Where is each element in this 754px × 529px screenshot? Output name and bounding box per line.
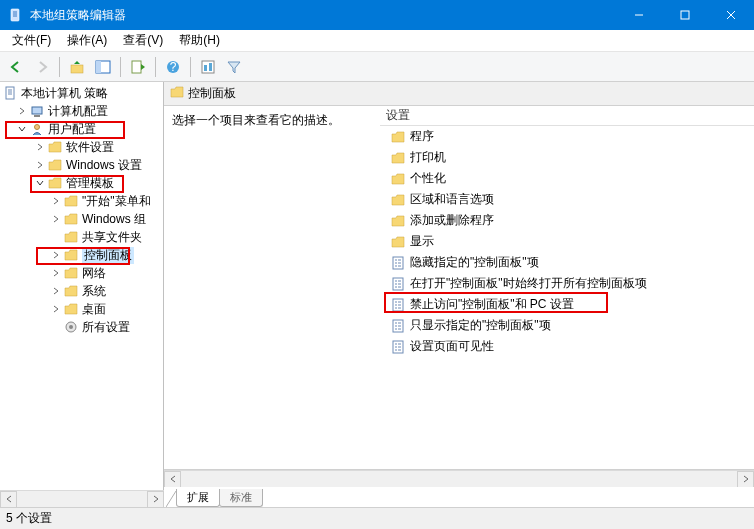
list-item-label: 禁止访问"控制面板"和 PC 设置 [410, 296, 574, 313]
chevron-right-icon[interactable] [50, 213, 62, 225]
chevron-right-icon[interactable] [50, 249, 62, 261]
content-title: 控制面板 [188, 85, 236, 102]
tree-desktop[interactable]: 桌面 [0, 300, 163, 318]
show-hide-tree-button[interactable] [91, 55, 115, 79]
close-button[interactable] [708, 0, 754, 30]
description-column: 选择一个项目来查看它的描述。 [164, 106, 380, 469]
list-item[interactable]: 程序 [380, 126, 754, 147]
app-icon [8, 7, 24, 23]
column-header-label: 设置 [386, 107, 410, 124]
export-button[interactable] [126, 55, 150, 79]
list-item-label: 程序 [410, 128, 434, 145]
tree-software-settings[interactable]: 软件设置 [0, 138, 163, 156]
maximize-button[interactable] [662, 0, 708, 30]
folder-icon [390, 150, 406, 166]
tree-start-menu[interactable]: "开始"菜单和 [0, 192, 163, 210]
tree-horizontal-scrollbar[interactable] [0, 490, 164, 507]
tree-windows-components[interactable]: Windows 组 [0, 210, 163, 228]
settings-icon [63, 319, 79, 335]
toolbar-separator [190, 57, 191, 77]
chevron-right-icon[interactable] [34, 141, 46, 153]
list-item-label: 显示 [410, 233, 434, 250]
list-item-label: 打印机 [410, 149, 446, 166]
list-item[interactable]: 显示 [380, 231, 754, 252]
list-item[interactable]: 禁止访问"控制面板"和 PC 设置 [380, 294, 754, 315]
list-item[interactable]: 个性化 [380, 168, 754, 189]
chevron-right-icon[interactable] [50, 285, 62, 297]
tab-standard[interactable]: 标准 [219, 489, 263, 507]
tree-user-config[interactable]: 用户配置 [0, 120, 163, 138]
list-item[interactable]: 添加或删除程序 [380, 210, 754, 231]
toolbar-separator [155, 57, 156, 77]
toolbar: ? [0, 52, 754, 82]
tree-panel[interactable]: 本地计算机 策略 计算机配置 用户配置 软件设置 Windows 设置 [0, 82, 164, 507]
chevron-right-icon[interactable] [34, 159, 46, 171]
list-item[interactable]: 设置页面可见性 [380, 336, 754, 357]
folder-icon [63, 247, 79, 263]
chevron-right-icon[interactable] [16, 105, 28, 117]
chevron-right-icon[interactable] [50, 303, 62, 315]
svg-rect-22 [34, 115, 40, 117]
horizontal-scrollbar[interactable] [164, 470, 754, 487]
forward-button[interactable] [30, 55, 54, 79]
folder-icon [47, 175, 63, 191]
list-item[interactable]: 区域和语言选项 [380, 189, 754, 210]
filter-button[interactable] [222, 55, 246, 79]
tree-shared-folders[interactable]: 共享文件夹 [0, 228, 163, 246]
minimize-button[interactable] [616, 0, 662, 30]
tree-admin-templates[interactable]: 管理模板 [0, 174, 163, 192]
folder-icon [170, 86, 184, 101]
chevron-right-icon[interactable] [50, 195, 62, 207]
options-button[interactable] [196, 55, 220, 79]
tree-network[interactable]: 网络 [0, 264, 163, 282]
chevron-down-icon[interactable] [16, 123, 28, 135]
computer-icon [29, 103, 45, 119]
tree-all-settings[interactable]: 所有设置 [0, 318, 163, 336]
svg-point-25 [69, 325, 73, 329]
list-item[interactable]: 只显示指定的"控制面板"项 [380, 315, 754, 336]
list-item[interactable]: 打印机 [380, 147, 754, 168]
menu-file[interactable]: 文件(F) [4, 30, 59, 51]
tree-label: 用户配置 [48, 121, 96, 138]
svg-rect-21 [32, 107, 42, 114]
menu-help[interactable]: 帮助(H) [171, 30, 228, 51]
svg-rect-17 [6, 87, 14, 99]
tab-extended[interactable]: 扩展 [176, 489, 220, 507]
svg-point-23 [35, 125, 40, 130]
settings-list[interactable]: 设置 程序打印机个性化区域和语言选项添加或删除程序显示隐藏指定的"控制面板"项在… [380, 106, 754, 469]
expander-empty [50, 321, 62, 333]
scroll-left-button[interactable] [0, 491, 17, 508]
list-item[interactable]: 在打开"控制面板"时始终打开所有控制面板项 [380, 273, 754, 294]
scroll-right-button[interactable] [737, 471, 754, 488]
tree-windows-settings[interactable]: Windows 设置 [0, 156, 163, 174]
scroll-right-button[interactable] [147, 491, 164, 508]
scroll-left-button[interactable] [164, 471, 181, 488]
list-item-label: 添加或删除程序 [410, 212, 494, 229]
tree-root[interactable]: 本地计算机 策略 [0, 84, 163, 102]
chevron-right-icon[interactable] [50, 267, 62, 279]
svg-rect-0 [11, 9, 19, 21]
tree-label: 软件设置 [66, 139, 114, 156]
tree-control-panel[interactable]: 控制面板 [0, 246, 163, 264]
user-icon [29, 121, 45, 137]
column-header-settings[interactable]: 设置 [380, 106, 754, 126]
tree-computer-config[interactable]: 计算机配置 [0, 102, 163, 120]
policy-setting-icon [390, 339, 406, 355]
back-button[interactable] [4, 55, 28, 79]
chevron-down-icon[interactable] [34, 177, 46, 189]
tree-system[interactable]: 系统 [0, 282, 163, 300]
policy-setting-icon [390, 276, 406, 292]
help-button[interactable]: ? [161, 55, 185, 79]
menu-view[interactable]: 查看(V) [115, 30, 171, 51]
description-hint: 选择一个项目来查看它的描述。 [172, 113, 340, 127]
main-area: 本地计算机 策略 计算机配置 用户配置 软件设置 Windows 设置 [0, 82, 754, 507]
menu-action[interactable]: 操作(A) [59, 30, 115, 51]
tree-label: 共享文件夹 [82, 229, 142, 246]
tree-label: 桌面 [82, 301, 106, 318]
list-item-label: 只显示指定的"控制面板"项 [410, 317, 551, 334]
policy-setting-icon [390, 297, 406, 313]
up-button[interactable] [65, 55, 89, 79]
svg-text:?: ? [170, 60, 177, 74]
list-item[interactable]: 隐藏指定的"控制面板"项 [380, 252, 754, 273]
title-bar: 本地组策略编辑器 [0, 0, 754, 30]
